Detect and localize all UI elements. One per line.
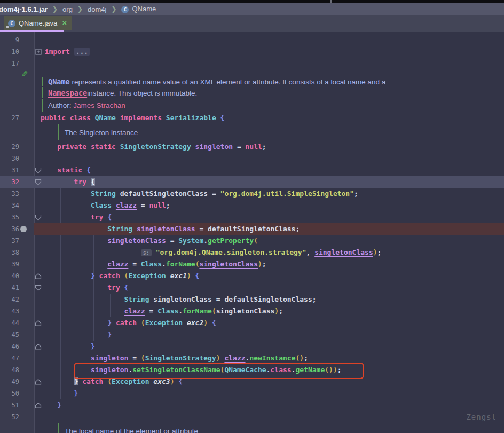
- code-text: try {: [41, 176, 95, 188]
- chevron-right-icon: ❯: [52, 5, 58, 13]
- code-line[interactable]: 10 import ...: [0, 46, 504, 58]
- breadcrumb-item-dom4j-1.6.1.jar[interactable]: dom4j-1.6.1.jar: [0, 5, 48, 13]
- line-number: 29: [0, 141, 19, 153]
- ide-window: dom4j-1.6.1.jar❯org❯dom4j❯CQName C QName…: [0, 0, 504, 433]
- code-line[interactable]: 41 try {: [0, 282, 504, 294]
- doc-comment-line[interactable]: The Singleton instance: [0, 124, 504, 141]
- doc-comment-bar: [42, 99, 43, 112]
- code-line[interactable]: 35 try {: [0, 211, 504, 223]
- line-number: 17: [0, 58, 19, 69]
- close-icon[interactable]: ✕: [62, 20, 67, 27]
- highlight-annotation-box: [74, 363, 364, 379]
- line-number: 52: [0, 411, 19, 423]
- doc-comment-line[interactable]: Author: James Strachan: [0, 99, 504, 112]
- code-text: import ...: [41, 46, 90, 58]
- code-line[interactable]: 39 clazz = Class.forName(singletonClass)…: [0, 258, 504, 270]
- line-number: 32: [0, 176, 19, 188]
- doc-comment-text: Author: James Strachan: [48, 101, 125, 109]
- line-number: 43: [0, 305, 19, 317]
- doc-comment-text: The local name of the element or attribu…: [65, 427, 198, 433]
- doc-comment-text: QName represents a qualified name value …: [48, 77, 385, 86]
- code-line[interactable]: 29 private static SingletonStrategy sing…: [0, 141, 504, 153]
- line-number: 41: [0, 282, 19, 294]
- code-text: String singletonClass = defaultSingleton…: [41, 223, 300, 235]
- code-line[interactable]: 36 String singletonClass = defaultSingle…: [0, 223, 504, 235]
- doc-comment-text: Namespaceinstance. This object is immuta…: [48, 89, 197, 97]
- line-number: 38: [0, 247, 19, 258]
- code-text: clazz = Class.forName(singletonClass);: [41, 305, 283, 317]
- code-line[interactable]: 50 }: [0, 388, 504, 399]
- code-line[interactable]: 27public class QName implements Serializ…: [0, 112, 504, 124]
- line-number: 50: [0, 388, 19, 399]
- line-number: 40: [0, 270, 19, 282]
- code-line[interactable]: 9: [0, 34, 504, 46]
- doc-comment-line[interactable]: The local name of the element or attribu…: [0, 423, 504, 433]
- code-line[interactable]: 34 Class clazz = null;: [0, 200, 504, 211]
- doc-comment-line[interactable]: Namespaceinstance. This object is immuta…: [0, 86, 504, 99]
- code-text: s: "org.dom4j.QName.singleton.strategy",…: [41, 247, 381, 258]
- line-number: 35: [0, 211, 19, 223]
- code-text: }: [41, 329, 112, 341]
- breadcrumb-item-dom4j[interactable]: dom4j: [88, 5, 106, 13]
- line-number: 34: [0, 200, 19, 211]
- code-line[interactable]: 38 s: "org.dom4j.QName.singleton.strateg…: [0, 247, 504, 258]
- code-editor[interactable]: 910 import ...17✎QName represents a qual…: [0, 32, 504, 433]
- line-number: 36: [0, 223, 19, 235]
- line-number: 45: [0, 329, 19, 341]
- tab-title: QName.java: [19, 19, 57, 27]
- doc-comment-bar: [58, 124, 59, 140]
- breadcrumb-item-org[interactable]: org: [62, 5, 73, 13]
- code-line[interactable]: 46 }: [0, 341, 504, 352]
- code-line[interactable]: 32 try {: [0, 176, 504, 188]
- breadcrumb-item-qname[interactable]: CQName: [121, 5, 156, 13]
- line-number: 49: [0, 376, 19, 388]
- watermark: Zengsl: [466, 413, 497, 421]
- code-line[interactable]: 45 }: [0, 329, 504, 341]
- editor-gap-row[interactable]: ✎: [0, 69, 504, 77]
- code-text: static {: [41, 164, 91, 176]
- code-text: String singletonClass = defaultSingleton…: [41, 294, 317, 305]
- breakpoint-icon[interactable]: [20, 226, 27, 232]
- code-line[interactable]: 31 static {: [0, 164, 504, 176]
- line-number: 31: [0, 164, 19, 176]
- code-text: }: [41, 341, 95, 352]
- chevron-right-icon: ❯: [111, 5, 116, 13]
- chevron-right-icon: ❯: [77, 5, 83, 13]
- code-text: private static SingletonStrategy singlet…: [41, 141, 266, 153]
- editor-tab-bar: C QName.java ✕: [0, 15, 504, 32]
- code-text: singletonClass = System.getProperty(: [41, 235, 258, 247]
- doc-comment-bar: [58, 423, 59, 433]
- code-text: }: [41, 388, 78, 399]
- code-text: public class QName implements Serializab…: [41, 112, 224, 124]
- code-line[interactable]: 51 }: [0, 399, 504, 411]
- code-line[interactable]: 44 } catch (Exception exc2) {: [0, 317, 504, 329]
- line-number: 27: [0, 112, 19, 124]
- code-line[interactable]: 40 } catch (Exception exc1) {: [0, 270, 504, 282]
- code-line[interactable]: 42 String singletonClass = defaultSingle…: [0, 294, 504, 305]
- code-text: Class clazz = null;: [41, 200, 170, 211]
- line-number: 10: [0, 46, 19, 58]
- code-line[interactable]: 17: [0, 58, 504, 69]
- java-class-icon: C: [8, 20, 15, 27]
- line-number: 39: [0, 258, 19, 270]
- line-number: 9: [0, 34, 19, 46]
- breadcrumb: dom4j-1.6.1.jar❯org❯dom4j❯CQName: [0, 3, 504, 15]
- code-line[interactable]: 37 singletonClass = System.getProperty(: [0, 235, 504, 247]
- code-text: try {: [41, 211, 112, 223]
- code-text: try {: [41, 282, 128, 294]
- code-text: }: [41, 399, 61, 411]
- tab-qname-java[interactable]: C QName.java ✕: [4, 16, 72, 30]
- line-number: 48: [0, 364, 19, 376]
- line-number: 42: [0, 294, 19, 305]
- line-number: 30: [0, 153, 19, 164]
- line-number: 51: [0, 399, 19, 411]
- readonly-lock-icon: [6, 26, 9, 28]
- code-line[interactable]: 52: [0, 411, 504, 423]
- doc-comment-line[interactable]: QName represents a qualified name value …: [0, 77, 504, 86]
- code-line[interactable]: 33 String defaultSingletonClass = "org.d…: [0, 188, 504, 200]
- code-text: String defaultSingletonClass = "org.dom4…: [41, 188, 358, 200]
- code-line[interactable]: 43 clazz = Class.forName(singletonClass)…: [0, 305, 504, 317]
- line-number: 46: [0, 341, 19, 352]
- code-line[interactable]: 30: [0, 153, 504, 164]
- doc-comment-text: The Singleton instance: [65, 129, 138, 137]
